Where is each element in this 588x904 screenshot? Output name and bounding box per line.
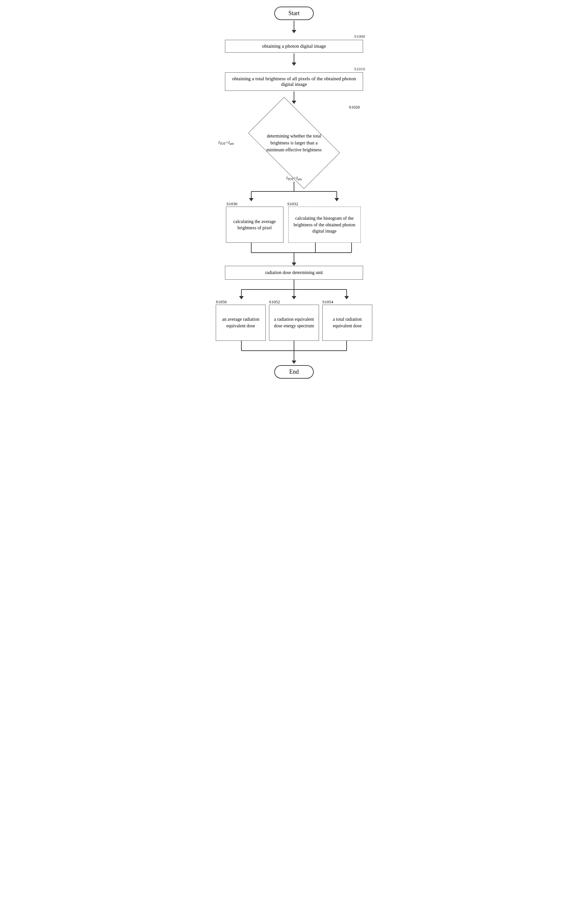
end-terminal: End [274, 365, 314, 379]
step-label-s1032: S1032 [287, 201, 298, 207]
diamond-text-s1020: determining whether the total brightness… [261, 133, 327, 153]
step-label-s1010: S1010 [354, 66, 365, 72]
process-s1010: obtaining a total brightness of all pixe… [225, 73, 363, 91]
svg-marker-3 [249, 198, 254, 201]
svg-marker-5 [334, 198, 339, 201]
split-to-three-svg [215, 280, 373, 299]
process-s1052: a radiation equivalent dose energy spect… [269, 305, 319, 341]
process-s1040: radiation dose determining unit [225, 266, 363, 280]
process-s1054: a total radiation equivalent dose [322, 305, 372, 341]
flowchart: Start S1000 obtaining a photon digital i… [202, 6, 386, 379]
svg-marker-25 [292, 360, 296, 364]
process-s1000: obtaining a photon digital image [225, 40, 363, 53]
converge-svg [215, 243, 373, 266]
step-label-s1050: S1050 [216, 299, 227, 305]
step-label-s1000: S1000 [354, 34, 365, 39]
step-label-s1020: S1020 [349, 104, 360, 110]
svg-marker-19 [344, 296, 349, 299]
svg-marker-15 [239, 296, 244, 299]
svg-marker-17 [292, 296, 296, 299]
process-s1030: calculating the average brightness of pi… [226, 207, 284, 243]
svg-marker-11 [292, 262, 296, 266]
label-i-tot-greater: ITOT>Iain [286, 175, 301, 181]
branch-svg-top [215, 182, 373, 201]
label-i-tot-less: ITOT<Iain [218, 140, 234, 145]
process-s1050: an average radiation equivalent dose [216, 305, 266, 341]
start-terminal: Start [274, 6, 314, 20]
step-label-s1052: S1052 [269, 299, 280, 305]
step-label-s1030: S1030 [227, 201, 237, 207]
step-label-s1054: S1054 [322, 299, 333, 305]
process-s1032: calculating the histogram of the brightn… [288, 207, 361, 243]
converge-to-end-svg [215, 341, 373, 364]
